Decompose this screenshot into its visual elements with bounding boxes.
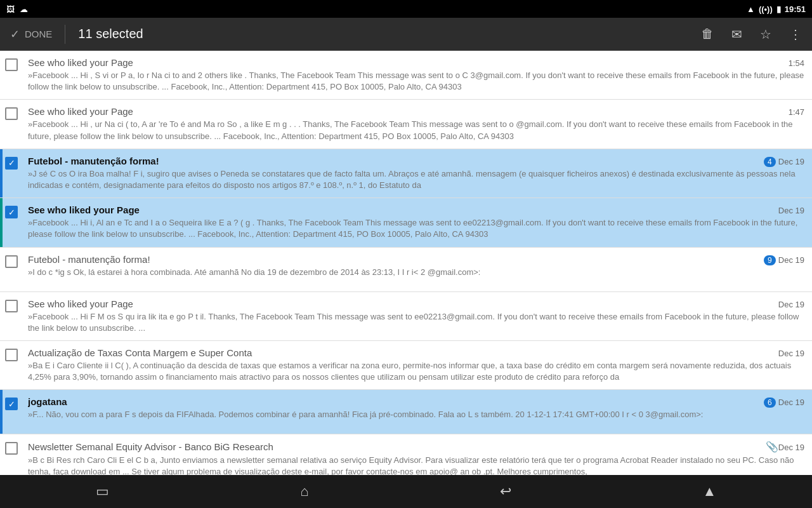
email-item[interactable]: See who liked your Page 1:54 »Facebook .… [0,51,812,100]
email-content: jogatana 6Dec 19 »F... Não, vou com a pa… [28,396,804,420]
accent-bar [0,149,3,197]
action-icons: 🗑 ✉ ☆ ⋮ [701,27,802,42]
bottom-nav: ▭ ⌂ ↩ ▲ [0,475,812,508]
done-label: DONE [25,29,52,39]
email-content: Actualização de Taxas Conta Margem e Sup… [28,347,804,383]
checkbox-area [5,298,23,312]
email-checkbox[interactable] [5,58,18,71]
accent-bar [0,390,3,434]
email-time: 6Dec 19 [764,398,804,407]
email-preview: »Facebook ... Hi F M os S qu ira lik ita… [28,311,804,334]
email-content: See who liked your Page Dec 19 »Facebook… [28,298,804,334]
checkbox-area [5,347,23,361]
attachment-icon: 📎 [766,441,778,452]
checkbox-area [5,57,23,71]
email-content: See who liked your Page 1:54 »Facebook .… [28,57,804,93]
accent-bar [0,198,3,246]
email-header: Futebol - manutenção forma! 4Dec 19 [28,156,804,166]
status-bar-right: ▲ ((•)) ▮ 19:51 [747,4,806,14]
email-subject: See who liked your Page [28,57,782,68]
checkbox-area [5,106,23,120]
email-checkbox[interactable] [5,107,18,120]
email-time: Dec 19 [778,300,804,309]
star-icon[interactable]: ☆ [760,27,771,42]
time-display: 19:51 [785,4,806,14]
email-preview: »J sé C os O ira Boa malha! F i, sugiro … [28,168,804,191]
wifi-icon: ▲ [747,4,755,14]
email-badge: 4 [764,157,776,167]
email-subject: jogatana [28,396,757,407]
email-list: See who liked your Page 1:54 »Facebook .… [0,51,812,475]
email-item[interactable]: jogatana 6Dec 19 »F... Não, vou com a pa… [0,390,812,434]
email-time: 9Dec 19 [764,255,804,265]
checkbox-area [5,156,23,170]
email-content: See who liked your Page Dec 19 »Facebook… [28,204,804,240]
email-checkbox[interactable] [5,157,18,170]
checkbox-area [5,396,23,410]
email-badge: 6 [764,398,776,408]
cloud-icon: ☁ [20,4,28,14]
email-checkbox[interactable] [5,442,18,455]
email-header: Futebol - manutenção forma! 9Dec 19 [28,254,804,265]
email-time: Dec 19 [778,206,804,215]
email-preview: »Facebook ... Hi , ur Na ci ( to, A ar '… [28,119,804,142]
checkbox-area [5,254,23,268]
divider [65,25,65,44]
email-checkbox[interactable] [5,398,18,410]
status-bar-left: 🖼 ☁ [6,4,28,14]
email-item[interactable]: Futebol - manutenção forma! 4Dec 19 »J s… [0,149,812,198]
email-item[interactable]: See who liked your Page Dec 19 »Facebook… [0,292,812,341]
back-button[interactable]: ↩ [485,478,527,505]
done-button[interactable]: ✓ DONE [10,27,52,41]
email-header: jogatana 6Dec 19 [28,396,804,407]
selected-count: 11 selected [78,27,701,41]
checkbox-area [5,204,23,218]
email-item[interactable]: See who liked your Page 1:47 »Facebook .… [0,100,812,149]
email-time: 1:54 [789,58,804,68]
email-badge: 9 [764,255,776,265]
email-preview: »Facebook ... Hi , S vi or P a, Io r Na … [28,70,804,93]
mail-icon[interactable]: ✉ [731,27,742,42]
email-subject: Futebol - manutenção forma! [28,156,757,166]
email-preview: »B c Bi Res rch Caro Cli E el C b a, Jun… [28,455,804,475]
email-item[interactable]: Futebol - manutenção forma! 9Dec 19 »I d… [0,248,812,292]
trash-icon[interactable]: 🗑 [701,27,714,41]
check-icon: ✓ [10,27,20,41]
email-checkbox[interactable] [5,300,18,312]
email-item[interactable]: Newsletter Semanal Equity Advisor - Banc… [0,434,812,475]
email-item[interactable]: See who liked your Page Dec 19 »Facebook… [0,198,812,247]
email-preview: »Facebook ... Hi i, Al an e Tc and I a o… [28,217,804,240]
email-time: Dec 19 [778,349,804,358]
more-icon[interactable]: ⋮ [789,27,802,42]
up-button[interactable]: ▲ [687,478,731,505]
checkbox-area [5,441,23,455]
email-time: 1:47 [789,107,804,117]
email-header: See who liked your Page Dec 19 [28,298,804,309]
email-content: Futebol - manutenção forma! 9Dec 19 »I d… [28,254,804,278]
image-icon: 🖼 [6,4,15,14]
email-subject: Futebol - manutenção forma! [28,254,757,265]
email-subject: See who liked your Page [28,204,772,215]
email-checkbox[interactable] [5,255,18,268]
email-preview: »F... Não, vou com a para F s depois da … [28,409,804,420]
battery-icon: ▮ [776,4,781,14]
email-subject: Newsletter Semanal Equity Advisor - Banc… [28,441,757,452]
action-bar: ✓ DONE 11 selected 🗑 ✉ ☆ ⋮ [0,18,812,51]
email-subject: See who liked your Page [28,298,772,309]
email-content: Newsletter Semanal Equity Advisor - Banc… [28,441,804,475]
email-time: 4Dec 19 [764,157,804,166]
email-subject: Actualização de Taxas Conta Margem e Sup… [28,347,772,358]
email-checkbox[interactable] [5,349,18,361]
email-header: See who liked your Page Dec 19 [28,204,804,215]
email-item[interactable]: Actualização de Taxas Conta Margem e Sup… [0,341,812,390]
recent-apps-button[interactable]: ▭ [81,478,124,505]
email-subject: See who liked your Page [28,106,782,117]
email-content: Futebol - manutenção forma! 4Dec 19 »J s… [28,156,804,191]
email-time: 📎Dec 19 [763,441,804,453]
home-button[interactable]: ⌂ [285,478,324,505]
email-preview: »I do c *ig s Ok, lá estarei à hora comb… [28,267,804,278]
email-header: Actualização de Taxas Conta Margem e Sup… [28,347,804,358]
email-checkbox[interactable] [5,206,18,218]
status-bar: 🖼 ☁ ▲ ((•)) ▮ 19:51 [0,0,812,18]
email-header: Newsletter Semanal Equity Advisor - Banc… [28,441,804,453]
